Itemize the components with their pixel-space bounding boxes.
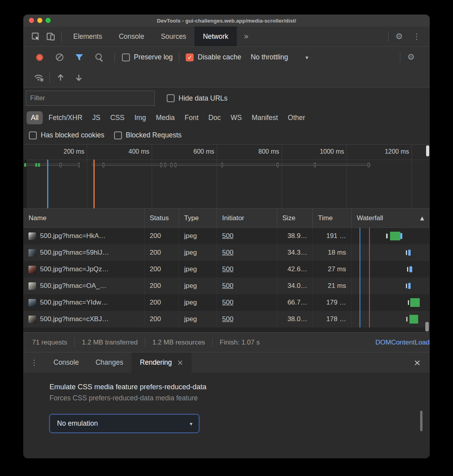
blocked-requests-checkbox[interactable] (114, 131, 122, 139)
filter-pill-other[interactable]: Other (284, 111, 310, 124)
table-row[interactable]: 500.jpg?hmac=JpQz… 200 jpeg 500 42.6… 27… (23, 261, 430, 278)
request-status: 200 (145, 294, 179, 311)
request-status: 200 (145, 278, 179, 294)
column-header-status[interactable]: Status (145, 209, 179, 227)
import-har-icon[interactable] (53, 70, 68, 85)
filter-pill-js[interactable]: JS (88, 111, 105, 124)
tab-console[interactable]: Console (110, 27, 152, 46)
filter-pill-all[interactable]: All (27, 111, 43, 124)
table-row[interactable]: 500.jpg?hmac=cXBJ… 200 jpeg 500 38.0… 17… (23, 311, 430, 327)
initiator-link[interactable]: 500 (222, 232, 233, 240)
initiator-link[interactable]: 500 (222, 315, 233, 323)
hide-data-urls-checkbox[interactable] (167, 94, 175, 102)
clear-network-log-icon[interactable] (52, 50, 67, 65)
initiator-link[interactable]: 500 (222, 249, 233, 257)
overview-strip[interactable]: 200 ms400 ms600 ms800 ms1000 ms1200 ms (23, 145, 430, 209)
waterfall-bar (407, 267, 408, 272)
initiator-link[interactable]: 500 (222, 282, 233, 290)
disable-cache-checkbox[interactable]: ✓ (186, 53, 194, 61)
rendering-panel: Emulate CSS media feature prefers-reduce… (23, 373, 430, 458)
column-header-size[interactable]: Size (277, 209, 313, 227)
inspect-element-icon[interactable] (28, 29, 43, 44)
network-conditions-icon[interactable] (31, 70, 46, 85)
filter-funnel-icon[interactable] (72, 50, 87, 65)
overview-gridline (87, 145, 87, 208)
overview-request-tick (164, 163, 166, 167)
request-status: 200 (145, 261, 179, 278)
overview-request-tick (221, 163, 223, 167)
filter-pill-css[interactable]: CSS (106, 111, 129, 124)
overview-waterfall-segment (27, 164, 77, 166)
image-thumbnail-icon (29, 299, 36, 307)
table-row[interactable]: 500.jpg?hmac=HkA… 200 jpeg 500 38.9… 191… (23, 228, 430, 244)
filter-pill-manifest[interactable]: Manifest (247, 111, 282, 124)
overview-request-tick (60, 163, 61, 167)
throttling-dropdown[interactable]: No throttling ▾ (251, 53, 308, 61)
initiator-link[interactable]: 500 (222, 299, 233, 307)
more-tabs-icon[interactable]: » (237, 32, 256, 41)
tab-elements[interactable]: Elements (65, 27, 110, 46)
close-drawer-icon[interactable]: × (405, 358, 430, 367)
request-name: 500.jpg?hmac=JpQz… (40, 265, 108, 273)
drawer-scrollbar-thumb[interactable] (420, 411, 423, 431)
initiator-link[interactable]: 500 (222, 265, 233, 273)
summary-domcontentloaded: DOMContentLoad (368, 339, 430, 347)
search-icon[interactable] (91, 50, 107, 65)
overview-waterfall-segment (91, 164, 371, 166)
emulation-select[interactable]: No emulation ▾ (49, 414, 199, 433)
table-row[interactable]: 500.jpg?hmac=OA_… 200 jpeg 500 34.0… 21 … (23, 278, 430, 294)
overview-time-label: 600 ms (180, 148, 214, 155)
column-header-initiator[interactable]: Initiator (217, 209, 277, 227)
record-network-log-button[interactable] (32, 50, 47, 65)
filter-pill-img[interactable]: Img (130, 111, 150, 124)
request-name: 500.jpg?hmac=OA_… (40, 282, 107, 290)
table-row[interactable]: 500.jpg?hmac=59hlJ… 200 jpeg 500 34.3… 1… (23, 244, 430, 261)
main-menu-kebab-icon[interactable]: ⋮ (407, 32, 426, 40)
close-window-button[interactable] (29, 18, 34, 23)
request-size: 38.9… (277, 228, 313, 244)
table-scrollbar-thumb[interactable] (425, 322, 429, 331)
overview-gridline (217, 145, 217, 208)
minimize-window-button[interactable] (37, 18, 42, 23)
drawer-tab-console[interactable]: Console (45, 352, 87, 373)
waterfall-bar (400, 233, 402, 239)
request-time: 179 … (313, 294, 352, 311)
overview-time-label: 1000 ms (310, 148, 344, 155)
close-tab-icon[interactable]: × (177, 359, 183, 366)
zoom-window-button[interactable] (46, 18, 51, 23)
column-header-time[interactable]: Time (313, 209, 352, 227)
image-thumbnail-icon (29, 266, 36, 273)
request-name: 500.jpg?hmac=cXBJ… (40, 315, 108, 323)
tab-network[interactable]: Network (194, 27, 236, 46)
drawer-tab-rendering[interactable]: Rendering× (131, 352, 192, 373)
has-blocked-cookies-checkbox[interactable] (29, 131, 37, 139)
column-header-type[interactable]: Type (179, 209, 217, 227)
overview-scrollbar-thumb[interactable] (426, 145, 429, 156)
requests-table-header: Name Status Type Initiator Size Time Wat… (23, 209, 430, 228)
export-har-icon[interactable] (71, 70, 86, 85)
filter-pill-media[interactable]: Media (152, 111, 179, 124)
drawer-tab-changes[interactable]: Changes (87, 352, 131, 373)
rendering-setting-subtitle: Forces CSS prefers-reduced-data media fe… (49, 394, 430, 402)
filter-pill-font[interactable]: Font (180, 111, 203, 124)
filter-pill-ws[interactable]: WS (226, 111, 246, 124)
window-titlebar: DevTools - gui-challenges.web.app/media-… (23, 15, 430, 27)
preserve-log-checkbox[interactable] (122, 53, 130, 61)
request-size: 34.0… (277, 278, 313, 294)
summary-finish-time: Finish: 1.07 s (213, 339, 267, 347)
main-tab-strip: ElementsConsoleSourcesNetwork (65, 27, 237, 46)
throttling-value: No throttling (251, 53, 288, 61)
column-header-name[interactable]: Name (23, 209, 145, 227)
device-toolbar-icon[interactable] (43, 29, 58, 44)
column-header-waterfall[interactable]: Waterfall ▲ (352, 209, 430, 227)
table-row[interactable]: 500.jpg?hmac=YIdw… 200 jpeg 500 66.7… 17… (23, 294, 430, 311)
filter-pill-fetch-xhr[interactable]: Fetch/XHR (44, 111, 87, 124)
network-settings-gear-icon[interactable]: ⚙ (404, 50, 419, 65)
filter-pill-doc[interactable]: Doc (204, 111, 225, 124)
settings-gear-icon[interactable]: ⚙ (392, 29, 407, 44)
has-blocked-cookies-label: Has blocked cookies (41, 131, 105, 139)
tab-sources[interactable]: Sources (152, 27, 194, 46)
waterfall-cell (352, 278, 430, 294)
drawer-menu-kebab-icon[interactable]: ⋮ (23, 359, 45, 366)
filter-input[interactable] (26, 91, 155, 106)
